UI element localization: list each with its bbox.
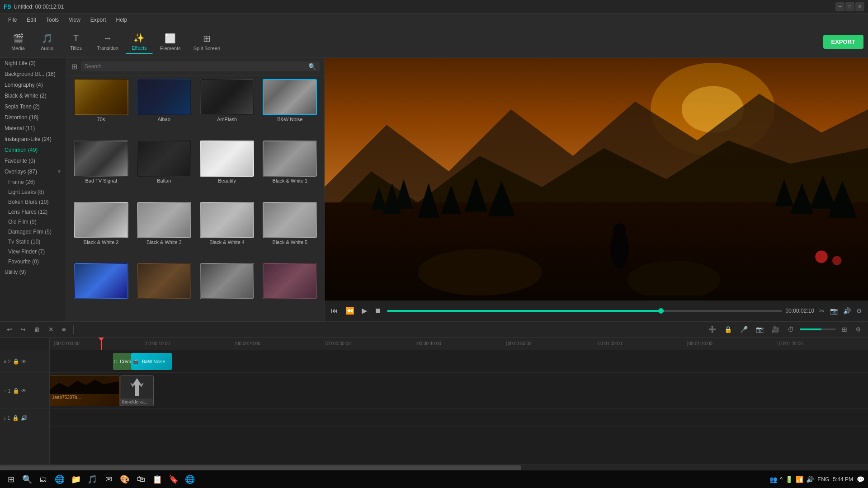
taskbar-explorer-icon[interactable]: 📁 [69, 472, 83, 487]
overlays-collapse[interactable]: ▼ [57, 169, 62, 175]
toolbar-effects[interactable]: ✨ Effects [126, 30, 153, 54]
menu-export[interactable]: Export [86, 16, 111, 24]
menu-view[interactable]: View [64, 16, 85, 24]
effect-row4c[interactable] [197, 263, 258, 317]
sidebar-item-bokeh[interactable]: Bokeh Blurs (10) [0, 197, 66, 207]
sidebar-item-viewfinder[interactable]: View Finder (7) [0, 247, 66, 257]
sidebar-item-material[interactable]: Material (11) [0, 123, 66, 134]
camera2-icon[interactable]: 🎥 [769, 324, 782, 334]
effect-bwnoise[interactable]: B&W Noise [259, 79, 321, 139]
taskbar-photos-icon[interactable]: 🎨 [118, 472, 132, 487]
toolbar-audio[interactable]: 🎵 Audio [33, 30, 61, 54]
track-eye-icon-1[interactable]: 👁 [21, 388, 27, 394]
taskbar-app2-icon[interactable]: 🔖 [166, 472, 181, 487]
sidebar-item-bw[interactable]: Black & White (2) [0, 90, 66, 101]
sidebar-item-lomography[interactable]: Lomography (4) [0, 80, 66, 90]
effect-bw5[interactable]: Black & White 5 [259, 202, 321, 262]
sidebar-item-favourite[interactable]: Favourite (0) [0, 155, 66, 166]
track-content-2[interactable]: C Credit 🎬 B&W Noise [50, 350, 868, 372]
people-icon[interactable]: 👥 [769, 476, 777, 483]
track-eye-icon-2[interactable]: 👁 [21, 358, 27, 365]
taskbar-search-icon[interactable]: 🔍 [20, 472, 34, 487]
effect-bw4[interactable]: Black & White 4 [197, 202, 258, 262]
effect-row4b[interactable] [133, 263, 194, 317]
effect-70s[interactable]: 70s [71, 79, 132, 139]
sidebar-item-utility[interactable]: Utility (9) [0, 267, 66, 277]
mic-icon[interactable]: 🎤 [738, 324, 750, 334]
grid-toggle-icon[interactable]: ⊞ [71, 62, 77, 71]
toolbar-elements[interactable]: ⬜ Elements [155, 30, 186, 54]
clip-video1[interactable]: 1eeb75307b... [50, 375, 120, 406]
taskbar-music-icon[interactable]: 🎵 [85, 472, 99, 487]
taskbar-windows-icon[interactable]: ⊞ [4, 472, 18, 487]
progress-bar[interactable] [387, 310, 782, 312]
effect-row4a[interactable] [71, 263, 132, 317]
redo-button[interactable]: ↪ [18, 324, 28, 334]
search-input[interactable] [85, 63, 307, 70]
effect-badtv[interactable]: Bad TV Signal [71, 141, 132, 200]
rewind-button[interactable]: ⏮ [329, 305, 340, 317]
effect-bw3[interactable]: Black & White 3 [133, 202, 194, 262]
close-button[interactable]: ✕ [855, 2, 864, 11]
toolbar-splitscreen[interactable]: ⊞ Split Screen [188, 30, 226, 54]
menu-file[interactable]: File [4, 16, 21, 24]
stop-button[interactable]: ⏹ [373, 305, 383, 317]
track-lock-icon-1[interactable]: 🔒 [13, 388, 19, 394]
sidebar-item-distortion[interactable]: Distortion (18) [0, 112, 66, 123]
sidebar-item-oldfilm[interactable]: Old Film (9) [0, 217, 66, 227]
sidebar-item-sepia[interactable]: Sepia Tone (2) [0, 101, 66, 112]
sidebar-item-background[interactable]: Background Bl... (16) [0, 69, 66, 80]
clip-video2[interactable]: the-elder-s... [120, 375, 154, 406]
volume-icon[interactable]: 🔊 [842, 306, 852, 316]
sidebar-item-lightleaks[interactable]: Light Leaks (8) [0, 187, 66, 197]
taskbar-mail-icon[interactable]: ✉ [101, 472, 116, 487]
sidebar-item-frame[interactable]: Frame (26) [0, 177, 66, 187]
sidebar-item-nightlife[interactable]: Night Life (3) [0, 58, 66, 69]
effect-beautify[interactable]: Beautify [197, 141, 258, 200]
taskbar-clip-icon[interactable]: 📋 [150, 472, 165, 487]
taskbar-edge-icon[interactable]: 🌐 [52, 472, 67, 487]
menu-help[interactable]: Help [112, 16, 132, 24]
zoom-fit-icon[interactable]: ⊞ [840, 324, 849, 334]
chevron-icon[interactable]: ^ [780, 476, 783, 483]
play-button[interactable]: ▶ [360, 305, 369, 317]
battery-icon[interactable]: 🔋 [785, 476, 793, 483]
lock-icon[interactable]: 🔒 [722, 324, 734, 334]
window-controls[interactable]: ─ □ ✕ [835, 2, 864, 11]
effect-bw2[interactable]: Black & White 2 [71, 202, 132, 262]
menu-tools[interactable]: Tools [42, 16, 63, 24]
track-content-1[interactable]: 1eeb75307b... [50, 373, 868, 408]
audio-lock-icon[interactable]: 🔒 [12, 415, 19, 421]
sidebar-item-instagram[interactable]: Instagram-Like (24) [0, 134, 66, 145]
screen-capture-icon[interactable]: 📷 [754, 324, 766, 334]
track-lock-icon-2[interactable]: 🔒 [13, 358, 19, 365]
effect-row4d[interactable] [259, 263, 321, 317]
timeline-settings-icon[interactable]: ⚙ [853, 324, 863, 334]
clip-credit[interactable]: C Credit [113, 353, 131, 370]
crop-icon[interactable]: ✂ [818, 306, 826, 316]
prev-frame-button[interactable]: ⏪ [344, 305, 356, 317]
properties-button[interactable]: ≡ [60, 324, 68, 334]
menu-edit[interactable]: Edit [22, 16, 41, 24]
export-button[interactable]: EXPORT [823, 35, 863, 49]
effect-baltan[interactable]: Baltan [133, 141, 194, 200]
search-box[interactable]: 🔍 [81, 61, 320, 71]
sidebar-item-overlay-fav[interactable]: Favourite (0) [0, 257, 66, 267]
sidebar-item-tvstatic[interactable]: Tv Static (10) [0, 237, 66, 247]
minimize-button[interactable]: ─ [835, 2, 844, 11]
timer-icon[interactable]: ⏱ [785, 324, 796, 334]
taskbar-chrome-icon[interactable]: 🌐 [183, 472, 197, 487]
track-add-icon[interactable]: ➕ [706, 324, 718, 334]
sidebar-item-damagedfilm[interactable]: Damaged Film (5) [0, 227, 66, 237]
wifi-icon[interactable]: 📶 [796, 476, 803, 483]
settings-icon[interactable]: ⚙ [855, 306, 863, 316]
volume-icon[interactable]: 🔊 [806, 476, 814, 483]
sidebar-item-common[interactable]: Common (49) [0, 145, 66, 155]
effect-bw1[interactable]: Black & White 1 [259, 141, 321, 200]
taskbar-store-icon[interactable]: 🛍 [134, 472, 148, 487]
toolbar-transition[interactable]: ↔ Transition [91, 30, 124, 53]
effect-aibao[interactable]: Aibao [133, 79, 194, 139]
maximize-button[interactable]: □ [845, 2, 854, 11]
effect-amplash[interactable]: AmPlash [197, 79, 258, 139]
camera-icon[interactable]: 📷 [829, 306, 839, 316]
